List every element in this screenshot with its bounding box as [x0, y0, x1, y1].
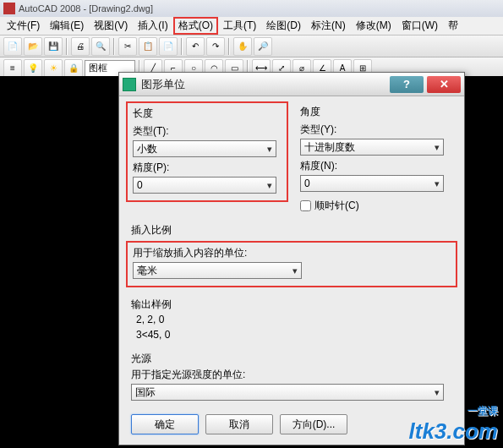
- ok-button[interactable]: 确定: [131, 414, 199, 434]
- menu-format[interactable]: 格式(O): [173, 17, 218, 35]
- menu-help[interactable]: 帮: [443, 17, 463, 35]
- bulb-icon[interactable]: 💡: [24, 59, 42, 78]
- cancel-button[interactable]: 取消: [205, 414, 273, 434]
- open-icon[interactable]: 📂: [24, 37, 42, 56]
- light-unit-combo[interactable]: 国际: [131, 384, 444, 401]
- print-icon[interactable]: 🖨: [71, 37, 90, 56]
- pan-icon[interactable]: ✋: [233, 37, 252, 56]
- menubar: 文件(F) 编辑(E) 视图(V) 插入(I) 格式(O) 工具(T) 绘图(D…: [0, 17, 503, 36]
- cut-icon[interactable]: ✂: [118, 37, 137, 56]
- angle-group: 角度: [300, 105, 452, 119]
- app-title: AutoCAD 2008 - [Drawing2.dwg]: [19, 3, 153, 14]
- save-icon[interactable]: 💾: [44, 37, 63, 56]
- length-type-combo[interactable]: 小数: [133, 140, 276, 157]
- help-button[interactable]: ?: [390, 76, 424, 93]
- length-highlight: 长度 类型(T): 小数 精度(P): 0: [126, 101, 288, 202]
- length-group: 长度: [133, 107, 282, 121]
- clockwise-input[interactable]: [300, 200, 311, 211]
- redo-icon[interactable]: ↷: [206, 37, 225, 56]
- sample-line1: 2, 2, 0: [136, 314, 452, 327]
- clockwise-checkbox[interactable]: 顺时针(C): [300, 199, 452, 213]
- close-button[interactable]: ✕: [427, 76, 461, 93]
- app-icon: [3, 3, 15, 14]
- menu-window[interactable]: 窗口(W): [396, 17, 443, 35]
- watermark: 一堂课 ltk3.com: [409, 404, 499, 445]
- length-precision-label: 精度(P):: [133, 161, 282, 175]
- insert-highlight: 用于缩放插入内容的单位: 毫米: [126, 241, 457, 287]
- direction-button[interactable]: 方向(D)...: [280, 414, 347, 434]
- menu-insert[interactable]: 插入(I): [133, 17, 172, 35]
- sample-group: 输出样例: [131, 298, 452, 312]
- angle-precision-combo[interactable]: 0: [300, 175, 444, 192]
- length-type-label: 类型(T):: [133, 124, 282, 139]
- length-precision-combo[interactable]: 0: [133, 177, 276, 194]
- sample-line2: 3<45, 0: [136, 329, 452, 342]
- menu-edit[interactable]: 编辑(E): [45, 17, 89, 35]
- insert-label: 用于缩放插入内容的单位:: [133, 246, 451, 260]
- light-label: 用于指定光源强度的单位:: [131, 368, 452, 382]
- menu-draw[interactable]: 绘图(D): [261, 17, 306, 35]
- angle-type-combo[interactable]: 十进制度数: [300, 139, 444, 156]
- lock-icon[interactable]: 🔒: [64, 59, 83, 78]
- insert-group: 插入比例: [131, 223, 452, 238]
- menu-modify[interactable]: 修改(M): [351, 17, 396, 35]
- light-group: 光源: [131, 352, 452, 366]
- preview-icon[interactable]: 🔍: [91, 37, 110, 56]
- new-icon[interactable]: 📄: [3, 37, 22, 56]
- dialog-titlebar[interactable]: 图形单位 ? ✕: [119, 73, 464, 96]
- dialog-icon: [123, 78, 136, 91]
- paste-icon[interactable]: 📄: [159, 37, 178, 56]
- copy-icon[interactable]: 📋: [139, 37, 157, 56]
- units-dialog: 图形单位 ? ✕ 长度 类型(T): 小数 精度(P): 0 角度 类型(Y):…: [118, 72, 465, 445]
- menu-view[interactable]: 视图(V): [89, 17, 133, 35]
- dialog-title: 图形单位: [141, 77, 386, 92]
- layer-props-icon[interactable]: ≡: [3, 59, 22, 78]
- menu-file[interactable]: 文件(F): [2, 17, 45, 35]
- undo-icon[interactable]: ↶: [186, 37, 205, 56]
- insert-unit-combo[interactable]: 毫米: [133, 262, 302, 279]
- angle-type-label: 类型(Y):: [300, 123, 452, 137]
- menu-tools[interactable]: 工具(T): [218, 17, 261, 35]
- zoom-icon[interactable]: 🔎: [254, 37, 272, 56]
- angle-precision-label: 精度(N):: [300, 159, 452, 173]
- menu-dim[interactable]: 标注(N): [306, 17, 351, 35]
- app-titlebar: AutoCAD 2008 - [Drawing2.dwg]: [0, 0, 503, 17]
- freeze-icon[interactable]: ☀: [44, 59, 63, 78]
- toolbar-1: 📄 📂 💾 🖨 🔍 ✂ 📋 📄 ↶ ↷ ✋ 🔎: [0, 36, 503, 57]
